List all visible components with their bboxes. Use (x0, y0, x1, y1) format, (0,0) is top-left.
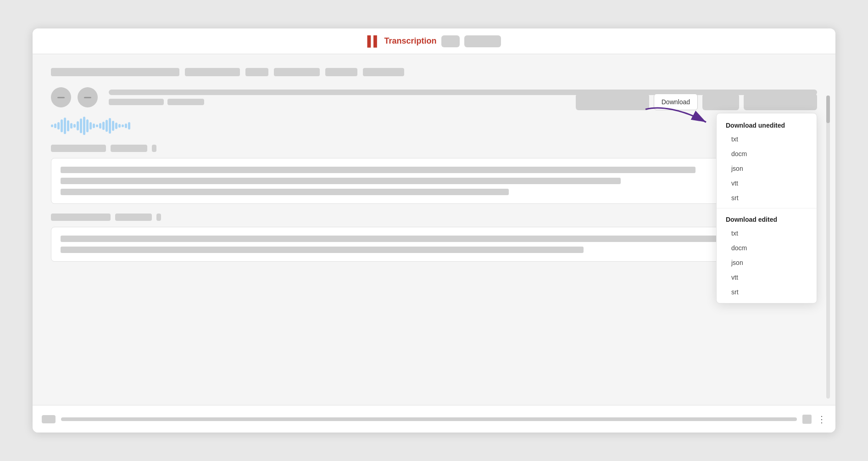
app-window: ▌▌ Transcription (33, 28, 835, 433)
bottom-bar-progress[interactable] (61, 417, 797, 421)
download-edited-txt[interactable]: txt (717, 226, 817, 241)
bottom-bar: ⋮ (33, 405, 835, 433)
waveform-bar (67, 120, 69, 131)
waveform-bar (102, 122, 105, 130)
waveform-bar (70, 123, 72, 129)
time-label (109, 99, 164, 105)
waveform-bar (61, 119, 63, 132)
section2-label (51, 214, 111, 221)
bottom-bar-left (42, 415, 56, 423)
waveform-bar (96, 124, 98, 127)
toolbar-row (51, 68, 817, 76)
download-unedited-docm[interactable]: docm (717, 146, 817, 161)
toolbar-bar-4 (274, 68, 320, 76)
top-pill-1 (441, 35, 460, 47)
content-line-1 (61, 167, 696, 173)
waveform-bar (57, 122, 60, 129)
download-edited-title: Download edited (717, 211, 817, 226)
content-box-2 (51, 227, 817, 262)
waveform-bar (51, 124, 53, 127)
section2-sub (115, 214, 152, 221)
waveform-bar (122, 124, 124, 127)
scrollbar-thumb (826, 96, 830, 123)
waveform-bar (89, 122, 92, 129)
content-line-5 (61, 247, 584, 253)
waveform-bar (93, 124, 95, 128)
download-unedited-srt[interactable]: srt (717, 191, 817, 205)
duration-label (167, 99, 204, 105)
download-dropdown: Download unedited txt docm json vtt srt … (716, 113, 817, 304)
toolbar-bar-6 (363, 68, 404, 76)
app-title: Transcription (384, 36, 437, 46)
btn-skeleton-2 (702, 94, 739, 110)
top-bar: ▌▌ Transcription (33, 28, 835, 54)
top-pill-2 (464, 35, 501, 47)
section2-dot (156, 214, 161, 221)
download-edited-docm[interactable]: docm (717, 241, 817, 255)
main-content: Download (33, 54, 835, 431)
waveform-bar (115, 123, 117, 129)
app-logo-icon: ▌▌ (367, 35, 379, 47)
bottom-bar-icon (802, 415, 812, 424)
scrollbar[interactable] (826, 96, 830, 399)
toolbar-bar-5 (325, 68, 357, 76)
waveform-bar (109, 118, 111, 134)
section1-label (51, 145, 106, 152)
download-unedited-json[interactable]: json (717, 161, 817, 176)
play-button[interactable] (51, 87, 71, 107)
waveform (51, 117, 817, 135)
waveform-bar (77, 121, 79, 130)
dropdown-divider (717, 208, 817, 208)
toolbar-bar-3 (245, 68, 268, 76)
play-icon (57, 97, 65, 98)
content-line-2 (61, 178, 621, 184)
download-edited-vtt[interactable]: vtt (717, 270, 817, 285)
waveform-bar (83, 117, 85, 135)
download-unedited-title: Download unedited (717, 117, 817, 132)
waveform-bar (128, 122, 130, 129)
waveform-bar (106, 120, 108, 132)
btn-skeleton-3 (744, 94, 817, 110)
more-options-icon[interactable]: ⋮ (817, 414, 826, 425)
waveform-bar (54, 124, 56, 128)
section-label-row-2 (51, 213, 817, 221)
secondary-button[interactable] (78, 87, 98, 107)
btn-skeleton-1 (576, 94, 649, 110)
waveform-bar (118, 124, 121, 128)
section1-dot (152, 145, 156, 152)
toolbar-bar-1 (51, 68, 179, 76)
content-box-1 (51, 158, 817, 204)
download-edited-json[interactable]: json (717, 255, 817, 270)
toolbar-bar-2 (185, 68, 240, 76)
waveform-bar (125, 124, 127, 128)
download-edited-srt[interactable]: srt (717, 285, 817, 299)
content-line-3 (61, 189, 509, 195)
section-label-row-1 (51, 144, 817, 152)
download-unedited-txt[interactable]: txt (717, 132, 817, 146)
waveform-bar (64, 118, 66, 134)
waveform-bar (112, 121, 114, 131)
download-button[interactable]: Download (654, 94, 698, 110)
secondary-icon (84, 97, 91, 98)
right-buttons-area: Download (576, 94, 817, 110)
waveform-bar (86, 119, 89, 132)
section1-sub (111, 145, 147, 152)
waveform-bar (80, 118, 82, 133)
download-unedited-vtt[interactable]: vtt (717, 176, 817, 191)
waveform-bar (99, 123, 101, 129)
waveform-bar (73, 124, 76, 128)
content-line-4 (61, 236, 733, 242)
